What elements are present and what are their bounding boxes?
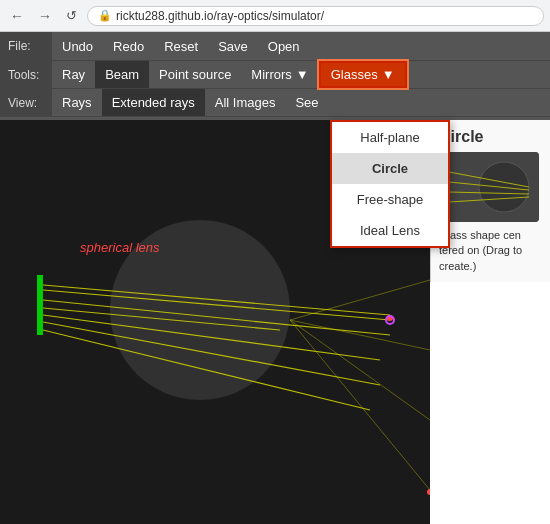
side-panel-title: Circle [439, 128, 542, 146]
glasses-arrow-icon: ▼ [382, 67, 395, 82]
view-toolbar: View: Rays Extended rays All Images See [0, 88, 550, 116]
extended-rays-view-button[interactable]: Extended rays [102, 89, 205, 116]
mirrors-dropdown-button[interactable]: Mirrors ▼ [241, 61, 318, 88]
redo-button[interactable]: Redo [103, 32, 154, 60]
glasses-free-shape-item[interactable]: Free-shape [332, 184, 448, 215]
side-panel-thumbnail [439, 152, 539, 222]
save-button[interactable]: Save [208, 32, 258, 60]
file-label: File: [0, 32, 52, 60]
open-button[interactable]: Open [258, 32, 310, 60]
glasses-dropdown-menu: Half-plane Circle Free-shape Ideal Lens [330, 120, 450, 248]
lock-icon: 🔒 [98, 9, 112, 22]
tools-toolbar: Tools: Ray Beam Point source Mirrors ▼ G… [0, 60, 550, 88]
glasses-dropdown-button[interactable]: Glasses ▼ [319, 61, 407, 88]
forward-button[interactable]: → [34, 6, 56, 26]
file-toolbar: File: Undo Redo Reset Save Open [0, 32, 550, 60]
undo-button[interactable]: Undo [52, 32, 103, 60]
reload-button[interactable]: ↺ [62, 6, 81, 25]
see-view-button[interactable]: See [285, 89, 328, 116]
mirrors-arrow-icon: ▼ [296, 67, 309, 82]
url-text: ricktu288.github.io/ray-optics/simulator… [116, 9, 324, 23]
address-bar[interactable]: 🔒 ricktu288.github.io/ray-optics/simulat… [87, 6, 544, 26]
glasses-ideal-lens-item[interactable]: Ideal Lens [332, 215, 448, 246]
side-panel-description: Gla​ss sha​pe ce​n​tered on​ (Dr​ag to c… [439, 228, 542, 274]
back-button[interactable]: ← [6, 6, 28, 26]
view-label: View: [0, 89, 52, 116]
mirrors-label: Mirrors [251, 67, 291, 82]
browser-bar: ← → ↺ 🔒 ricktu288.github.io/ray-optics/s… [0, 0, 550, 32]
point-source-tool-button[interactable]: Point source [149, 61, 241, 88]
glasses-label: Glasses [331, 67, 378, 82]
glasses-circle-item[interactable]: Circle [332, 153, 448, 184]
beam-tool-button[interactable]: Beam [95, 61, 149, 88]
all-images-view-button[interactable]: All Images [205, 89, 286, 116]
reset-button[interactable]: Reset [154, 32, 208, 60]
glasses-half-plane-item[interactable]: Half-plane [332, 122, 448, 153]
rays-view-button[interactable]: Rays [52, 89, 102, 116]
tools-label: Tools: [0, 61, 52, 88]
ray-tool-button[interactable]: Ray [52, 61, 95, 88]
svg-rect-8 [37, 275, 43, 335]
